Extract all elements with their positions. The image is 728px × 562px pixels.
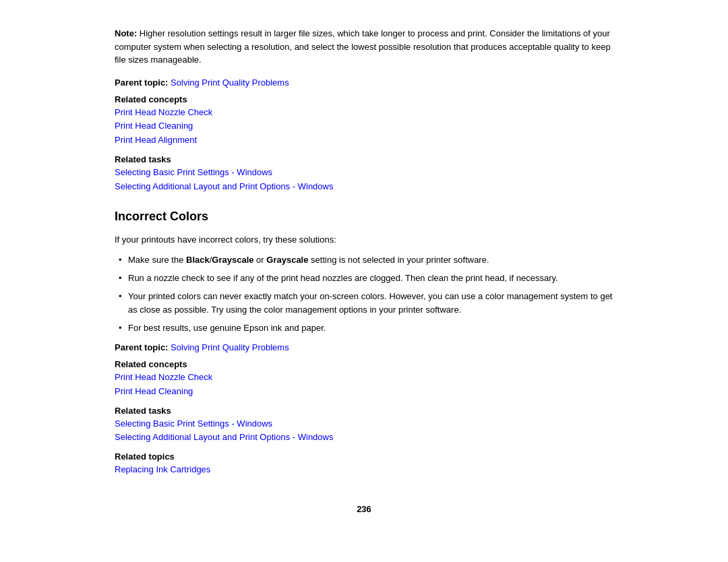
page-container: Note: Higher resolution settings result … xyxy=(101,0,627,562)
section2-related-tasks: Related tasks Selecting Basic Print Sett… xyxy=(115,406,613,445)
section2-tasks-links: Selecting Basic Print Settings - Windows… xyxy=(115,417,613,445)
bullet-4: For best results, use genuine Epson ink … xyxy=(115,321,613,336)
incorrect-colors-heading: Incorrect Colors xyxy=(115,210,613,224)
related-topics-label: Related topics xyxy=(115,451,613,462)
incorrect-colors-intro: If your printouts have incorrect colors,… xyxy=(115,233,613,247)
section2-related-concepts: Related concepts Print Head Nozzle Check… xyxy=(115,359,613,399)
link-additional-layout-1[interactable]: Selecting Additional Layout and Print Op… xyxy=(115,180,613,194)
bold-grayscale-slash: Grayscale xyxy=(212,255,253,265)
related-tasks-label-1: Related tasks xyxy=(115,154,613,164)
page-number: 236 xyxy=(115,504,613,514)
related-tasks-label-2: Related tasks xyxy=(115,406,613,416)
link-cleaning-1[interactable]: Print Head Cleaning xyxy=(115,119,613,133)
parent-topic-link-2[interactable]: Solving Print Quality Problems xyxy=(171,342,289,352)
parent-topic-label-1: Parent topic: xyxy=(115,77,168,88)
link-additional-layout-2[interactable]: Selecting Additional Layout and Print Op… xyxy=(115,431,613,445)
bullet-1: Make sure the Black/Grayscale or Graysca… xyxy=(115,253,613,268)
section2-concepts-links: Print Head Nozzle Check Print Head Clean… xyxy=(115,371,613,399)
note-block: Note: Higher resolution settings result … xyxy=(115,27,613,67)
link-replacing-cartridges[interactable]: Replacing Ink Cartridges xyxy=(115,463,613,477)
incorrect-colors-section: Incorrect Colors If your printouts have … xyxy=(115,210,613,476)
bold-grayscale: Grayscale xyxy=(266,255,308,265)
link-basic-settings-1[interactable]: Selecting Basic Print Settings - Windows xyxy=(115,166,613,180)
incorrect-colors-bullets: Make sure the Black/Grayscale or Graysca… xyxy=(115,253,613,336)
section1-parent-topic-row: Parent topic: Solving Print Quality Prob… xyxy=(115,77,613,88)
section2-parent-topic-row: Parent topic: Solving Print Quality Prob… xyxy=(115,342,613,352)
section1-concepts-links: Print Head Nozzle Check Print Head Clean… xyxy=(115,106,613,148)
section1-related-concepts: Related concepts Print Head Nozzle Check… xyxy=(115,94,613,148)
parent-topic-link-1[interactable]: Solving Print Quality Problems xyxy=(171,77,289,88)
related-concepts-label-2: Related concepts xyxy=(115,359,613,369)
section1-related-tasks: Related tasks Selecting Basic Print Sett… xyxy=(115,154,613,194)
section2-topics-links: Replacing Ink Cartridges xyxy=(115,463,613,477)
bullet-3: Your printed colors can never exactly ma… xyxy=(115,290,613,318)
link-nozzle-check-1[interactable]: Print Head Nozzle Check xyxy=(115,106,613,120)
link-alignment-1[interactable]: Print Head Alignment xyxy=(115,133,613,148)
parent-topic-label-2: Parent topic: xyxy=(115,342,168,352)
section2-related-topics: Related topics Replacing Ink Cartridges xyxy=(115,451,613,477)
link-cleaning-2[interactable]: Print Head Cleaning xyxy=(115,385,613,399)
bold-black-grayscale: Black xyxy=(186,255,210,265)
link-basic-settings-2[interactable]: Selecting Basic Print Settings - Windows xyxy=(115,417,613,431)
link-nozzle-check-2[interactable]: Print Head Nozzle Check xyxy=(115,371,613,385)
note-label: Note: xyxy=(115,28,137,38)
bullet-2: Run a nozzle check to see if any of the … xyxy=(115,272,613,286)
note-text: Higher resolution settings result in lar… xyxy=(115,28,611,65)
related-concepts-label-1: Related concepts xyxy=(115,94,613,104)
section1-tasks-links: Selecting Basic Print Settings - Windows… xyxy=(115,166,613,194)
